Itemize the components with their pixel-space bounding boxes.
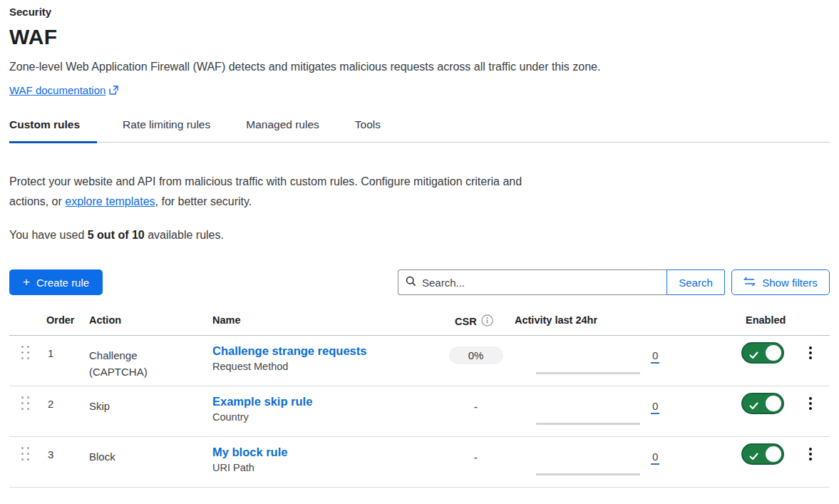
check-icon [749,400,758,413]
rule-order: 3 [41,437,80,461]
csr-value: - [474,448,478,464]
create-rule-label: Create rule [36,277,89,289]
breadcrumb: Security [9,6,830,18]
rule-field: Request Method [212,361,446,372]
tab-bar: Custom rules Rate limiting rules Managed… [9,118,830,143]
tab-custom-rules[interactable]: Custom rules [9,118,97,142]
rule-field: URI Path [212,462,446,473]
intro-text: Protect your website and API from malici… [9,172,542,212]
info-icon[interactable] [481,314,493,329]
table-row: 3 Block My block rule URI Path - 0 [9,437,830,488]
enabled-toggle[interactable] [741,443,784,465]
swap-arrows-icon [743,277,756,289]
search-icon [406,276,416,289]
rule-name-link[interactable]: Example skip rule [212,395,312,408]
kebab-menu-icon[interactable] [806,445,815,463]
rule-csr: - [446,386,506,413]
rule-name-link[interactable]: Challenge strange requests [212,344,366,358]
tab-rate-limiting-rules[interactable]: Rate limiting rules [113,118,220,142]
table-row: 1 Challenge (CAPTCHA) Challenge strange … [9,336,830,386]
csr-value: - [474,397,478,413]
rule-name-link[interactable]: My block rule [212,446,287,459]
waf-documentation-link[interactable]: WAF documentation [9,84,105,96]
check-icon [749,451,758,463]
intro-after: , for better security. [155,195,252,207]
activity-count-link[interactable]: 0 [651,451,659,465]
usage-prefix: You have used [9,229,88,241]
usage-suffix: available rules. [145,229,224,241]
csr-badge: 0% [449,346,503,364]
show-filters-button[interactable]: Show filters [731,269,830,295]
activity-sparkline [536,423,640,425]
tab-tools[interactable]: Tools [345,118,391,142]
explore-templates-link[interactable]: explore templates [65,195,155,207]
toggle-knob [766,446,781,462]
kebab-menu-icon[interactable] [806,394,815,413]
toggle-knob [766,345,781,361]
column-header-action: Action [80,314,204,326]
rule-order: 1 [41,336,80,359]
column-header-activity: Activity last 24hr [506,314,736,326]
search-input[interactable] [422,277,659,289]
column-header-csr: CSR [446,314,506,329]
usage-count: 5 out of 10 [88,229,145,241]
search-box [398,269,666,295]
rules-toolbar: + Create rule Search Show filters [9,269,830,295]
activity-count-link[interactable]: 0 [651,400,659,414]
page-description: Zone-level Web Application Firewall (WAF… [9,61,830,73]
enabled-toggle[interactable] [741,342,784,364]
drag-handle-icon[interactable] [9,336,41,360]
activity-count-link[interactable]: 0 [651,349,659,364]
tab-managed-rules[interactable]: Managed rules [236,118,329,142]
page-title: WAF [9,25,830,49]
check-icon [749,349,758,362]
kebab-menu-icon[interactable] [806,344,815,362]
column-header-name: Name [204,314,446,326]
rule-csr: - [446,437,506,464]
external-link-icon [109,85,118,98]
show-filters-label: Show filters [762,277,818,289]
rule-action: Skip [80,386,204,414]
rule-action: Challenge (CAPTCHA) [80,336,204,380]
rule-activity: 0 [506,336,736,386]
column-header-enabled: Enabled [736,314,791,326]
usage-text: You have used 5 out of 10 available rule… [9,229,830,242]
search-button[interactable]: Search [666,269,725,295]
table-row: 2 Skip Example skip rule Country - 0 [9,386,830,437]
custom-rules-table: Order Action Name CSR Activity last 24hr… [9,310,830,488]
toggle-knob [766,396,781,411]
rule-csr: 0% [446,336,506,364]
waf-page: Security WAF Zone-level Web Application … [0,0,839,504]
enabled-toggle[interactable] [741,393,784,414]
plus-icon: + [23,275,30,289]
rule-activity: 0 [506,386,736,436]
table-header-row: Order Action Name CSR Activity last 24hr… [9,310,830,336]
column-header-order: Order [41,314,80,326]
create-rule-button[interactable]: + Create rule [9,269,103,295]
csr-label: CSR [455,316,477,327]
drag-handle-icon[interactable] [9,437,41,461]
rule-order: 2 [41,386,80,410]
rule-field: Country [212,411,446,423]
drag-handle-icon[interactable] [9,386,41,411]
rule-action: Block [80,437,204,465]
activity-sparkline [536,473,640,475]
rule-activity: 0 [506,437,736,487]
activity-sparkline [536,372,640,374]
